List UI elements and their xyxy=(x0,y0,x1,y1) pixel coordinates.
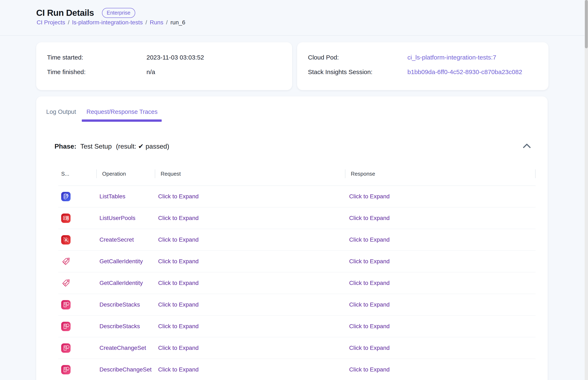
operation-link[interactable]: DescribeStacks xyxy=(99,301,140,308)
service-cell xyxy=(58,235,96,245)
response-expand-link[interactable]: Click to Expand xyxy=(349,215,390,221)
breadcrumb-link[interactable]: Runs xyxy=(150,19,163,26)
breadcrumb-item: CI Projects / xyxy=(37,19,72,26)
service-icon-tile xyxy=(61,213,71,223)
request-expand-link[interactable]: Click to Expand xyxy=(158,345,199,351)
card-row-label: Stack Insights Session: xyxy=(308,68,407,76)
tab-label: Request/Response Traces xyxy=(87,108,158,115)
request-expand-link[interactable]: Click to Expand xyxy=(158,301,199,308)
request-cell: Click to Expand xyxy=(155,258,345,265)
session-card-body: Cloud Pod: ci_ls-platform-integration-te… xyxy=(297,42,549,79)
title-row: CI Run Details Enterprise xyxy=(36,8,135,18)
request-cell: Click to Expand xyxy=(155,280,345,286)
session-card: Cloud Pod: ci_ls-platform-integration-te… xyxy=(297,42,549,90)
sts-icon xyxy=(61,257,71,266)
breadcrumb-link[interactable]: CI Projects xyxy=(37,19,65,26)
request-expand-link[interactable]: Click to Expand xyxy=(158,215,199,221)
operation-link[interactable]: CreateSecret xyxy=(99,236,134,243)
response-cell: Click to Expand xyxy=(345,215,535,221)
page-title: CI Run Details xyxy=(36,8,94,18)
operation-link[interactable]: ListTables xyxy=(99,193,126,200)
tab-request-response-traces[interactable]: Request/Response Traces xyxy=(81,96,163,122)
request-expand-link[interactable]: Click to Expand xyxy=(158,258,199,265)
phase-name: Test Setup xyxy=(80,143,112,150)
collapse-phase-button[interactable] xyxy=(522,141,532,151)
request-expand-link[interactable]: Click to Expand xyxy=(158,323,199,329)
response-expand-link[interactable]: Click to Expand xyxy=(349,345,390,351)
chevron-up-icon xyxy=(523,143,531,149)
response-expand-link[interactable]: Click to Expand xyxy=(349,193,390,200)
header-service: S... xyxy=(58,171,96,181)
operation-cell: DescribeStacks xyxy=(96,323,155,330)
response-expand-link[interactable]: Click to Expand xyxy=(349,323,390,329)
service-icon-tile xyxy=(61,278,71,288)
service-icon-tile xyxy=(61,343,71,353)
active-tab-indicator xyxy=(82,119,162,122)
column-divider xyxy=(155,170,155,178)
card-row: Stack Insights Session: b1bb09da-6ff0-4c… xyxy=(297,65,549,79)
breadcrumb-separator: / xyxy=(146,19,147,26)
response-expand-link[interactable]: Click to Expand xyxy=(349,258,390,265)
column-divider xyxy=(535,170,535,178)
service-cell xyxy=(58,365,96,374)
card-row-label: Cloud Pod: xyxy=(308,54,407,61)
breadcrumb-link[interactable]: ls-platform-integration-tests xyxy=(72,19,143,26)
service-cell xyxy=(58,343,96,353)
card-row-label: Time started: xyxy=(47,54,147,61)
table-header: S... Operation Request Response xyxy=(58,167,535,186)
response-cell: Click to Expand xyxy=(345,280,535,286)
tabs: Log Output Request/Response Traces xyxy=(36,96,548,122)
enterprise-badge: Enterprise xyxy=(102,8,135,18)
service-icon-tile xyxy=(61,300,71,309)
service-cell xyxy=(58,257,96,266)
scrollbar-thumb[interactable] xyxy=(585,0,588,48)
card-row-value[interactable]: b1bb09da-6ff0-4c52-8930-c870ba23c082 xyxy=(407,68,522,76)
card-row-label: Time finished: xyxy=(47,68,147,76)
card-row: Time started: 2023-11-03 03:03:52 xyxy=(36,50,292,65)
breadcrumb-separator: / xyxy=(68,19,70,26)
table-row: GetCallerIdentity Click to Expand Click … xyxy=(58,251,535,272)
operation-link[interactable]: ListUserPools xyxy=(99,215,135,221)
service-cell xyxy=(58,300,96,309)
card-row-value: n/a xyxy=(147,68,155,76)
tab-label: Log Output xyxy=(46,108,76,115)
request-expand-link[interactable]: Click to Expand xyxy=(158,280,199,286)
breadcrumb-item: run_6 / xyxy=(170,19,185,26)
request-cell: Click to Expand xyxy=(155,236,345,243)
operation-link[interactable]: GetCallerIdentity xyxy=(99,280,143,286)
card-row-value[interactable]: ci_ls-platform-integration-tests:7 xyxy=(407,54,496,61)
request-expand-link[interactable]: Click to Expand xyxy=(158,236,199,243)
response-cell: Click to Expand xyxy=(345,323,535,330)
operation-cell: DescribeChangeSet xyxy=(96,366,155,373)
response-expand-link[interactable]: Click to Expand xyxy=(349,301,390,308)
operation-cell: CreateSecret xyxy=(96,236,155,243)
service-icon-tile xyxy=(61,365,71,374)
operation-link[interactable]: CreateChangeSet xyxy=(99,345,146,351)
operation-link[interactable]: DescribeStacks xyxy=(99,323,140,329)
trace-table: S... Operation Request Response xyxy=(58,167,535,380)
response-expand-link[interactable]: Click to Expand xyxy=(349,236,390,243)
request-expand-link[interactable]: Click to Expand xyxy=(158,193,199,200)
tab-log-output[interactable]: Log Output xyxy=(41,96,81,122)
card-row: Cloud Pod: ci_ls-platform-integration-te… xyxy=(297,50,549,65)
card-row-value: 2023-11-03 03:03:52 xyxy=(147,54,204,61)
operation-link[interactable]: DescribeChangeSet xyxy=(99,366,152,373)
table-row: DescribeChangeSet Click to Expand Click … xyxy=(58,359,535,380)
service-cell xyxy=(58,192,96,201)
response-expand-link[interactable]: Click to Expand xyxy=(349,280,390,286)
service-icon-tile xyxy=(61,257,71,266)
table-row: ListUserPools Click to Expand Click to E… xyxy=(58,208,535,229)
secrets-manager-icon xyxy=(62,236,70,243)
request-expand-link[interactable]: Click to Expand xyxy=(158,366,199,373)
scrollbar-track[interactable] xyxy=(585,0,588,380)
operation-link[interactable]: GetCallerIdentity xyxy=(99,258,143,265)
operation-cell: CreateChangeSet xyxy=(96,345,155,351)
time-card-body: Time started: 2023-11-03 03:03:52 Time f… xyxy=(36,42,292,79)
response-expand-link[interactable]: Click to Expand xyxy=(349,366,390,373)
cloudformation-icon xyxy=(62,323,70,330)
breadcrumb: CI Projects / ls-platform-integration-te… xyxy=(37,19,185,26)
header-operation: Operation xyxy=(96,171,155,181)
service-icon-tile xyxy=(61,322,71,331)
cloudformation-icon xyxy=(62,301,70,308)
cloudformation-icon xyxy=(62,366,70,373)
